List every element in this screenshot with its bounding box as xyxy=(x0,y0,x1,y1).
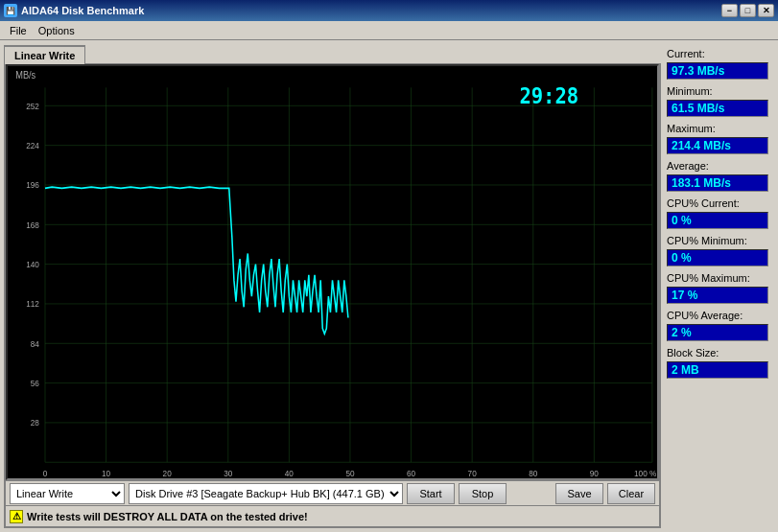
minimize-button[interactable]: − xyxy=(721,4,738,17)
svg-text:90: 90 xyxy=(590,468,599,477)
save-button[interactable]: Save xyxy=(555,483,603,504)
cpu-minimum-value: 0 % xyxy=(667,249,768,266)
current-label: Current: xyxy=(667,48,768,59)
svg-text:MB/s: MB/s xyxy=(15,70,35,81)
svg-text:10: 10 xyxy=(102,468,110,477)
warning-bar: ⚠ Write tests will DESTROY ALL DATA on t… xyxy=(6,505,659,526)
main-container: Linear Write MB/s xyxy=(0,40,778,532)
app-icon: 💾 xyxy=(4,4,17,17)
window-controls: − □ ✕ xyxy=(721,4,774,17)
svg-text:40: 40 xyxy=(285,468,294,477)
svg-text:224: 224 xyxy=(26,141,39,150)
svg-text:168: 168 xyxy=(26,220,39,229)
svg-text:112: 112 xyxy=(26,299,39,309)
svg-text:84: 84 xyxy=(31,338,39,348)
svg-text:56: 56 xyxy=(31,379,39,388)
svg-text:196: 196 xyxy=(26,180,39,190)
minimum-value: 61.5 MB/s xyxy=(667,100,768,117)
menu-options[interactable]: Options xyxy=(33,24,81,37)
warning-text: Write tests will DESTROY ALL DATA on the… xyxy=(27,511,308,522)
svg-text:140: 140 xyxy=(26,260,39,269)
cpu-current-value: 0 % xyxy=(667,212,768,229)
current-value: 97.3 MB/s xyxy=(667,62,768,80)
average-value: 183.1 MB/s xyxy=(667,174,768,192)
cpu-current-label: CPU% Current: xyxy=(667,197,768,209)
cpu-maximum-value: 17 % xyxy=(667,287,768,304)
stop-button[interactable]: Stop xyxy=(459,483,507,504)
cpu-average-value: 2 % xyxy=(667,324,768,341)
menu-file[interactable]: File xyxy=(4,24,33,37)
maximum-label: Maximum: xyxy=(667,123,768,134)
clear-button[interactable]: Clear xyxy=(607,483,655,504)
block-size-value: 2 MB xyxy=(667,361,768,379)
maximize-button[interactable]: □ xyxy=(740,4,756,17)
stats-panel: Current: 97.3 MB/s Minimum: 61.5 MB/s Ma… xyxy=(661,44,774,528)
close-button[interactable]: ✕ xyxy=(758,4,774,17)
window-title: AIDA64 Disk Benchmark xyxy=(21,5,144,16)
cpu-average-label: CPU% Average: xyxy=(667,310,768,321)
minimum-label: Minimum: xyxy=(667,85,768,97)
tab-linear-write[interactable]: Linear Write xyxy=(4,45,85,64)
svg-text:30: 30 xyxy=(224,468,232,477)
svg-text:70: 70 xyxy=(468,468,477,477)
menu-bar: File Options xyxy=(0,21,778,40)
svg-text:0: 0 xyxy=(43,468,48,477)
svg-text:29:28: 29:28 xyxy=(519,83,578,108)
cpu-minimum-label: CPU% Minimum: xyxy=(667,235,768,246)
average-label: Average: xyxy=(667,160,768,172)
svg-rect-0 xyxy=(8,66,657,478)
svg-text:50: 50 xyxy=(345,468,354,477)
test-type-dropdown[interactable]: Linear Write xyxy=(10,483,125,504)
svg-text:20: 20 xyxy=(163,468,172,477)
tab-bar: Linear Write xyxy=(4,44,661,63)
chart-area: MB/s xyxy=(6,64,659,480)
controls-bar: Linear Write Disk Drive #3 [Seagate Back… xyxy=(6,480,659,505)
warning-icon: ⚠ xyxy=(10,510,23,523)
svg-text:28: 28 xyxy=(31,418,39,428)
svg-text:100 %: 100 % xyxy=(634,468,657,477)
disk-dropdown[interactable]: Disk Drive #3 [Seagate Backup+ Hub BK] (… xyxy=(129,483,403,504)
start-button[interactable]: Start xyxy=(407,483,455,504)
maximum-value: 214.4 MB/s xyxy=(667,137,768,154)
cpu-maximum-label: CPU% Maximum: xyxy=(667,272,768,284)
svg-text:80: 80 xyxy=(529,468,537,477)
block-size-label: Block Size: xyxy=(667,347,768,359)
svg-text:252: 252 xyxy=(26,101,39,110)
title-bar: 💾 AIDA64 Disk Benchmark − □ ✕ xyxy=(0,0,778,21)
svg-text:60: 60 xyxy=(407,468,415,477)
